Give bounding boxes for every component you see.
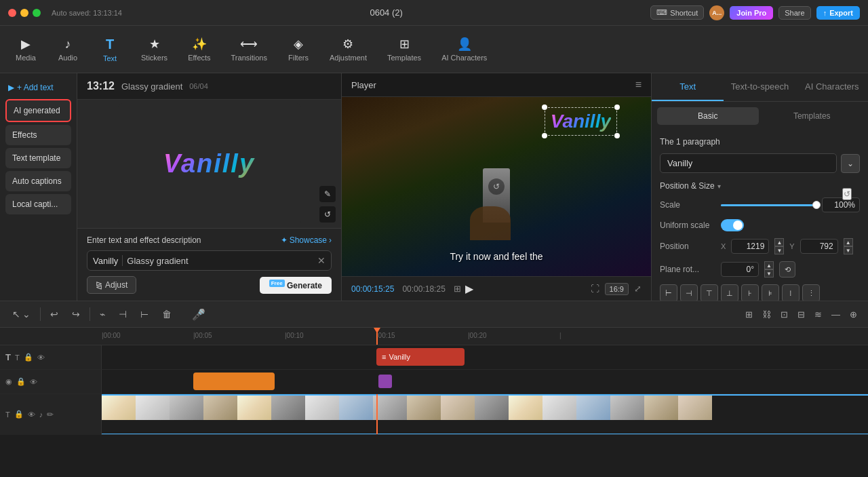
- tab-ai-characters[interactable]: AI Characters: [796, 73, 868, 101]
- track-eye-main[interactable]: 👁: [28, 411, 35, 419]
- showcase-link[interactable]: ✦ Showcase ›: [281, 235, 332, 245]
- scale-value-input[interactable]: 100%: [822, 197, 860, 212]
- export-button[interactable]: ↑ Export: [816, 6, 860, 20]
- sidebar-item-media[interactable]: ▶ Media: [5, 33, 46, 66]
- sub-tab-templates[interactable]: Templates: [762, 107, 863, 125]
- align-left-button[interactable]: ⊢: [660, 284, 677, 301]
- resize-handle-tl[interactable]: [542, 104, 547, 110]
- sub-tab-basic[interactable]: Basic: [657, 107, 759, 125]
- align-bottom-button[interactable]: ⊧: [762, 284, 779, 301]
- x-stepper-down[interactable]: ▼: [774, 246, 784, 254]
- track-lock-overlay[interactable]: 🔒: [16, 377, 26, 386]
- delete-button[interactable]: 🗑: [158, 306, 176, 322]
- tool-select-button[interactable]: ↖ ⌄: [8, 306, 35, 322]
- audio-track-button[interactable]: ≋: [812, 307, 825, 322]
- rotation-flip-button[interactable]: ⟲: [779, 261, 795, 278]
- fullscreen-icon-button[interactable]: ⛶: [591, 283, 599, 295]
- y-position-input[interactable]: [800, 239, 838, 254]
- snap-button[interactable]: ⊡: [778, 307, 791, 322]
- sidebar-item-effects[interactable]: ✨ Effects: [178, 33, 220, 66]
- sidebar-item-stickers[interactable]: ★ Stickers: [132, 33, 177, 66]
- adjust-button[interactable]: ⧎ Adjust: [87, 276, 136, 294]
- sidebar-item-ai-characters[interactable]: 👤 AI Characters: [432, 33, 496, 66]
- distribute-h-button[interactable]: ⁞: [782, 284, 800, 301]
- effects-sidebar-button[interactable]: Effects: [5, 125, 71, 145]
- add-text-button[interactable]: ▶ + Add text: [5, 79, 71, 96]
- ai-gen-input-row[interactable]: Vanilly Glassy gradient ✕: [87, 250, 332, 271]
- y-stepper-down[interactable]: ▼: [844, 246, 853, 254]
- purple-marker-clip[interactable]: [378, 375, 392, 388]
- link-clips-button[interactable]: ⛓: [760, 307, 774, 322]
- close-button[interactable]: [8, 9, 16, 17]
- zoom-in-button[interactable]: ⊞: [743, 307, 755, 322]
- align-right-button[interactable]: ⊤: [701, 284, 718, 301]
- undo-button[interactable]: ↩: [46, 306, 62, 322]
- resize-handle-bl[interactable]: [542, 133, 547, 138]
- uniform-scale-toggle[interactable]: [721, 219, 744, 231]
- generate-button[interactable]: Free Generate: [260, 277, 332, 294]
- y-stepper-up[interactable]: ▲: [844, 238, 853, 246]
- auto-captions-button[interactable]: Auto captions: [5, 171, 71, 191]
- distribute-v-button[interactable]: ⋮: [802, 284, 820, 301]
- sidebar-item-templates[interactable]: ⊞ Templates: [378, 33, 431, 66]
- share-button[interactable]: Share: [778, 6, 810, 20]
- minus-zoom-button[interactable]: —: [829, 307, 843, 322]
- resize-handle-tr[interactable]: [614, 104, 620, 110]
- align-center-h-button[interactable]: ⊣: [680, 284, 698, 301]
- track-eye-overlay[interactable]: 👁: [30, 378, 37, 386]
- shortcut-button[interactable]: ⌨ Shortcut: [650, 5, 704, 20]
- trim-right-button[interactable]: ⊢: [136, 306, 153, 322]
- stickers-label: Stickers: [141, 54, 167, 62]
- rotation-stepper-up[interactable]: ▲: [764, 261, 774, 269]
- text-input-expand-button[interactable]: ⌄: [841, 154, 860, 173]
- text-overlay-box[interactable]: Vanilly: [545, 107, 617, 136]
- redo-button[interactable]: ↪: [68, 306, 84, 322]
- text-clip-vanilly[interactable]: ≡ Vanilly: [376, 348, 465, 366]
- ai-gen-effect-value: Glassy gradient: [127, 256, 313, 266]
- local-captions-button[interactable]: Local capti...: [5, 194, 71, 214]
- clear-icon[interactable]: ✕: [317, 255, 326, 266]
- x-position-input[interactable]: [731, 239, 769, 254]
- position-size-expand-icon[interactable]: ▾: [717, 183, 721, 190]
- track-lock-text[interactable]: 🔒: [24, 353, 33, 362]
- preview-edit-button[interactable]: ✎: [319, 186, 336, 202]
- play-button[interactable]: ▶: [465, 282, 473, 295]
- maximize-button[interactable]: [33, 9, 41, 17]
- align-top-button[interactable]: ⊥: [721, 284, 738, 301]
- sidebar-item-adjustment[interactable]: ⚙ Adjustment: [320, 33, 376, 66]
- expand-player-button[interactable]: ⤢: [634, 283, 642, 295]
- rotation-input[interactable]: [721, 262, 759, 277]
- player-menu-icon[interactable]: ≡: [635, 79, 642, 91]
- track-eye-text[interactable]: 👁: [37, 354, 45, 362]
- scale-slider-thumb[interactable]: [812, 201, 821, 209]
- rotation-stepper-down[interactable]: ▼: [764, 269, 774, 278]
- tab-text-to-speech[interactable]: Text-to-speech: [724, 73, 795, 101]
- join-pro-button[interactable]: Join Pro: [730, 6, 773, 20]
- trim-left-button[interactable]: ⊣: [115, 306, 131, 322]
- timeline-settings-button[interactable]: ⊕: [847, 307, 860, 322]
- sidebar-item-audio[interactable]: ♪ Audio: [47, 33, 88, 66]
- record-button[interactable]: 🎤: [192, 308, 205, 321]
- ai-generated-button[interactable]: AI generated: [5, 99, 71, 122]
- track-lock-main[interactable]: 🔒: [14, 410, 24, 419]
- sidebar-item-transitions[interactable]: ⟷ Transitions: [222, 33, 277, 66]
- orange-clip[interactable]: [193, 373, 275, 390]
- preview-refresh-button[interactable]: ↺: [319, 206, 336, 223]
- rotation-handle[interactable]: ↺: [488, 178, 505, 195]
- split-button[interactable]: ⌁: [96, 306, 109, 322]
- paragraph-text-input[interactable]: [660, 153, 837, 173]
- sidebar-item-filters[interactable]: ◈ Filters: [278, 33, 319, 66]
- x-stepper-up[interactable]: ▲: [774, 238, 784, 246]
- text-template-button[interactable]: Text template: [5, 148, 71, 168]
- reset-position-button[interactable]: ↺: [842, 188, 852, 200]
- magnet-button[interactable]: ⊟: [795, 307, 808, 322]
- tab-text[interactable]: Text: [652, 73, 724, 101]
- playhead[interactable]: [376, 328, 378, 345]
- sidebar-item-text[interactable]: T Text: [90, 33, 130, 66]
- aspect-ratio-badge[interactable]: 16:9: [605, 283, 629, 295]
- scale-slider[interactable]: [721, 204, 816, 206]
- grid-view-button[interactable]: ⊞: [454, 284, 461, 294]
- minimize-button[interactable]: [20, 9, 28, 17]
- resize-handle-br[interactable]: [614, 133, 620, 138]
- align-center-v-button[interactable]: ⊦: [741, 284, 759, 301]
